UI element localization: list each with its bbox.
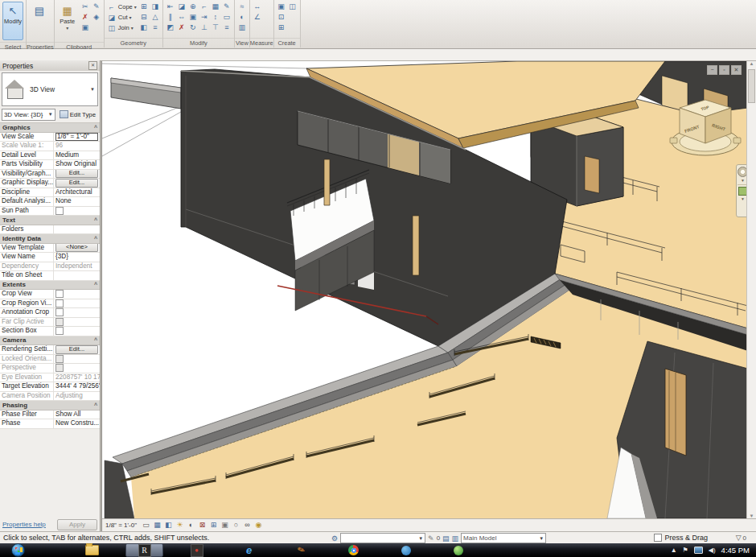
ribbon-button-cut-geometry[interactable]: ◪Cut▾ <box>107 12 137 23</box>
type-selector[interactable]: 3D View ▼ <box>2 72 98 106</box>
taskbar-app-internet-explorer[interactable]: e <box>230 543 268 557</box>
wall-opening-icon[interactable]: ▭ <box>222 12 232 22</box>
view-scale-control[interactable]: 1/8" = 1'-0" <box>105 522 137 529</box>
match-type-icon[interactable]: ✎ <box>92 2 101 11</box>
show-crop-icon[interactable]: ⊞ <box>208 520 219 530</box>
value-text[interactable]: Medium <box>55 151 79 160</box>
apply-button[interactable]: Apply <box>57 519 97 530</box>
offset-icon[interactable]: ∥ <box>166 12 175 22</box>
mirror-axis-icon[interactable]: ◪ <box>177 2 187 11</box>
value-checkbox[interactable] <box>55 207 64 215</box>
value-checkbox[interactable] <box>55 327 64 335</box>
create-assembly-icon[interactable]: ⊞ <box>277 23 286 32</box>
taskbar-app-chrome[interactable] <box>335 543 372 557</box>
value-text[interactable]: {3D} <box>55 253 68 262</box>
array-icon[interactable]: ▦ <box>211 2 220 11</box>
vertical-scrollbar[interactable]: ▲ ▼ <box>746 61 756 518</box>
taskbar-app-blue-app[interactable] <box>387 543 425 557</box>
unlocked-view-icon[interactable]: ○ <box>231 520 241 530</box>
chevron-down-icon[interactable]: ▼ <box>741 196 745 201</box>
sun-path-icon[interactable]: ☀ <box>175 520 185 530</box>
scale-icon[interactable]: ↕ <box>211 12 220 22</box>
tray-expand-icon[interactable]: ▲ <box>671 547 677 554</box>
collapse-icon[interactable]: ^ <box>94 217 97 223</box>
value-button--none-[interactable]: <None> <box>55 244 98 253</box>
ribbon-button-modify[interactable]: ↖Modify <box>2 2 23 40</box>
copy-icon[interactable]: ▣ <box>80 23 90 32</box>
value-button-edit-[interactable]: Edit... <box>55 179 98 188</box>
volume-icon[interactable]: ◀) <box>709 547 716 554</box>
mirror-pick-icon[interactable]: ◩ <box>166 23 175 32</box>
collapse-icon[interactable]: ^ <box>94 282 97 287</box>
workset-combo[interactable]: ▼ <box>340 533 425 543</box>
taskbar-app-media-app[interactable]: ● <box>178 543 216 557</box>
close-icon[interactable]: ✕ <box>731 65 742 75</box>
section-header-text[interactable]: Text^ <box>0 216 100 225</box>
value-button-edit-[interactable]: Edit... <box>55 170 98 179</box>
bars-icon[interactable]: ≡ <box>222 23 232 32</box>
rotate-icon[interactable]: ↻ <box>188 23 198 32</box>
shadows-icon[interactable]: ◐ <box>186 520 196 530</box>
editing-requests-icon[interactable]: ✎ <box>428 534 434 543</box>
cut-icon[interactable]: ✂ <box>80 2 90 11</box>
chevron-down-icon[interactable]: ▼ <box>741 178 745 183</box>
value-text[interactable]: 96 <box>55 142 63 151</box>
value-button-edit-[interactable]: Edit... <box>55 345 98 354</box>
wall-joins-icon[interactable]: ⊞ <box>139 2 149 11</box>
filter-icon[interactable]: ▽ <box>736 534 742 542</box>
collapse-icon[interactable]: ^ <box>94 236 97 241</box>
detail-level-icon[interactable]: ▦ <box>152 520 162 530</box>
worksets-icon[interactable]: ⚙ <box>331 534 338 543</box>
taskbar-app-editor[interactable]: ✎ <box>282 543 320 557</box>
value-checkbox[interactable] <box>55 299 64 307</box>
network-icon[interactable] <box>694 547 703 554</box>
instance-selector-combo[interactable]: 3D View: {3D} ▼ <box>2 109 55 121</box>
visual-style-icon[interactable]: ◧ <box>163 520 174 530</box>
properties-help-link[interactable]: Properties help <box>2 521 46 528</box>
trim-extend-icon[interactable]: ⇥ <box>199 12 209 22</box>
split-face-icon[interactable]: ◨ <box>150 2 160 11</box>
section-header-camera[interactable]: Camera^ <box>0 336 100 346</box>
drawing-area[interactable]: − ▫ ✕ TOP FRONT RIGHT ▼ ▼ ▲ <box>101 60 756 531</box>
scrollbar-thumb[interactable] <box>748 69 755 103</box>
trim-corner-icon[interactable]: ⌐ <box>199 2 209 11</box>
collapse-icon[interactable]: ^ <box>94 337 97 343</box>
measure-length-icon[interactable]: ↔ <box>253 2 262 11</box>
minimize-icon[interactable]: − <box>707 65 717 75</box>
move-icon[interactable]: ⊕ <box>188 2 198 11</box>
value-checkbox[interactable] <box>55 308 64 316</box>
delete-icon[interactable]: ✗ <box>177 23 187 32</box>
apply-coping-icon[interactable]: ≡ <box>150 23 160 32</box>
taskbar-app-green-app[interactable] <box>439 543 477 557</box>
create-parts-icon[interactable]: ◫ <box>288 2 298 11</box>
edit-seal-icon[interactable]: ◈ <box>92 12 101 22</box>
value-input[interactable]: 1/8" = 1'-0" <box>55 133 98 142</box>
value-text[interactable]: None <box>55 197 72 206</box>
clock[interactable]: 4:45 PM <box>721 546 750 555</box>
crop-view-icon[interactable]: ⊠ <box>197 520 207 530</box>
taskbar-app-revit[interactable]: R <box>125 543 163 557</box>
active-workset-icon[interactable]: ▤ <box>442 534 450 543</box>
dimension-icon[interactable]: ∠ <box>253 12 262 22</box>
value-text[interactable]: 2208757' 10 17/1... <box>55 373 100 382</box>
properties-title-bar[interactable]: Properties ✕ <box>0 60 100 71</box>
graphics-icon[interactable]: ◐ <box>237 12 247 22</box>
section-header-graphics[interactable]: Graphics^ <box>0 123 100 133</box>
value-text[interactable]: Show Original <box>55 160 97 169</box>
rendering-icon[interactable]: ▣ <box>220 520 230 530</box>
taskbar-app-explorer[interactable] <box>73 543 111 557</box>
create-group-icon[interactable]: ▣ <box>277 2 286 11</box>
collapse-icon[interactable]: ^ <box>94 125 97 130</box>
split-icon[interactable]: ⇔ <box>177 12 187 22</box>
value-text[interactable]: New Constru... <box>55 419 99 428</box>
pin-icon[interactable]: ⊥ <box>199 23 209 32</box>
value-text[interactable]: Adjusting <box>55 392 83 401</box>
restore-icon[interactable]: ▫ <box>719 65 729 75</box>
ribbon-button-join[interactable]: ◫Join▾ <box>107 23 137 33</box>
section-header-extents[interactable]: Extents^ <box>0 281 100 291</box>
section-header-phasing[interactable]: Phasing^ <box>0 401 100 411</box>
section-header-identity-data[interactable]: Identity Data^ <box>0 234 100 244</box>
value-text[interactable]: Architectural <box>55 188 92 197</box>
reveal-hidden-icon[interactable]: ◉ <box>253 520 264 530</box>
interface-icon[interactable]: ▥ <box>237 23 247 32</box>
